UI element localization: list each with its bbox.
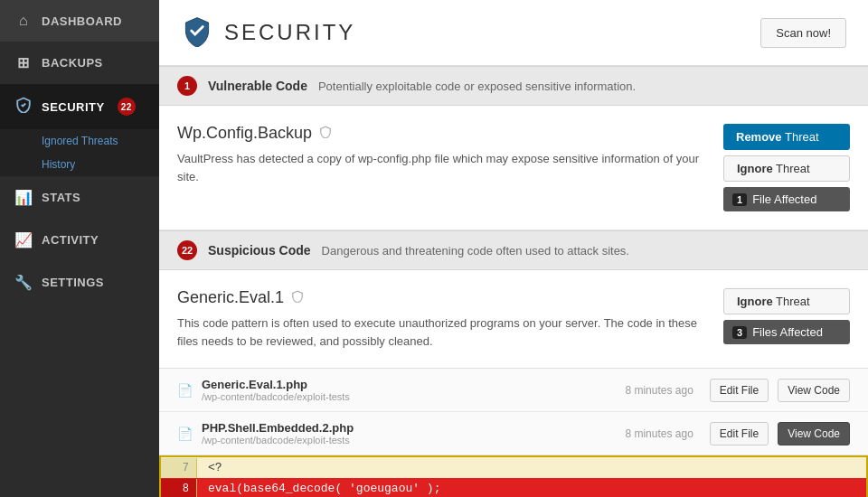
page-header: SECURITY Scan now! [159, 0, 868, 66]
vulnerable-badge: 1 [177, 76, 197, 96]
sidebar-item-stats[interactable]: 📊 Stats [0, 176, 159, 219]
code-line-num-1: 7 [161, 458, 197, 478]
threat-actions: Remove Threat Ignore Threat 1 File Affec… [723, 124, 850, 211]
edit-file-button-1[interactable]: Edit File [710, 379, 769, 402]
threat-info: Wp.Config.Backup VaultPress has detected… [177, 124, 709, 211]
files-affected-label: Files Affected [752, 325, 823, 339]
code-content-1: <? [197, 457, 233, 478]
threat-actions-2: Ignore Threat 3 Files Affected [723, 288, 850, 350]
backups-icon: ⊞ [14, 54, 33, 71]
sidebar-item-settings[interactable]: 🔧 Settings [0, 261, 159, 304]
sidebar-item-security[interactable]: Security 22 [0, 84, 159, 129]
code-line-1: 7 <? [161, 457, 866, 478]
vulnerable-code-section-header: 1 Vulnerable Code Potentially exploitabl… [159, 66, 868, 106]
vulnerable-desc: Potentially exploitable code or exposed … [318, 80, 636, 93]
file-name-2: PHP.Shell.Embedded.2.php [202, 421, 616, 435]
files-count-badge: 3 [732, 326, 747, 339]
view-code-button-1[interactable]: View Code [778, 379, 850, 402]
threat-info-2: Generic.Eval.1 This code pattern is ofte… [177, 288, 709, 350]
sidebar: ⌂ Dashboard ⊞ Backups Security 22 Ignore… [0, 0, 159, 497]
code-content-2: eval(base64_decode( 'goeugaou' ); [197, 478, 451, 497]
remove-threat-button[interactable]: Remove Threat [723, 124, 850, 150]
file-count-badge: 1 [732, 193, 747, 206]
remove-rest-label: Threat [782, 130, 819, 144]
file-name-area-2: PHP.Shell.Embedded.2.php /wp-content/bad… [202, 421, 616, 445]
ignore-rest-label: Threat [773, 162, 810, 175]
file-affected-button[interactable]: 1 File Affected [723, 187, 850, 211]
stats-icon: 📊 [14, 189, 33, 206]
sidebar-item-label: Dashboard [42, 14, 122, 28]
security-icon [14, 97, 33, 117]
file-time-2: 8 minutes ago [625, 427, 693, 440]
wp-config-backup-card: Wp.Config.Backup VaultPress has detected… [159, 106, 868, 230]
threat-desc-2: This code pattern is often used to execu… [177, 314, 702, 350]
vulnerable-title: Vulnerable Code [208, 79, 307, 93]
file-icon-2: 📄 [177, 427, 193, 441]
suspicious-code-section-header: 22 Suspicious Code Dangerous and threate… [159, 230, 868, 270]
activity-icon: 📈 [14, 231, 33, 248]
ignore-threat-button[interactable]: Ignore Threat [723, 155, 850, 182]
threat-name: Wp.Config.Backup [177, 124, 709, 143]
file-icon-1: 📄 [177, 383, 193, 398]
sidebar-item-label: Security [42, 100, 105, 114]
scan-now-button[interactable]: Scan now! [760, 18, 846, 48]
sidebar-security-sub: Ignored Threats History [0, 129, 159, 176]
shield-logo-icon [181, 14, 213, 51]
threat-desc: VaultPress has detected a copy of wp-con… [177, 150, 702, 185]
file-affected-label: File Affected [752, 192, 816, 206]
ignore-threat-button-2[interactable]: Ignore Threat [723, 288, 850, 314]
file-path-2: /wp-content/badcode/exploit-tests [202, 435, 616, 445]
threat-shield-icon [319, 126, 332, 141]
threat-name-2: Generic.Eval.1 [177, 288, 709, 307]
sidebar-item-activity[interactable]: 📈 Activity [0, 219, 159, 261]
sidebar-item-label: Backups [42, 56, 103, 70]
page-title: SECURITY [224, 20, 355, 45]
code-line-2: 8 eval(base64_decode( 'goeugaou' ); [161, 478, 866, 497]
edit-file-button-2[interactable]: Edit File [710, 422, 769, 445]
dashboard-icon: ⌂ [14, 13, 33, 29]
file-name-1: Generic.Eval.1.php [202, 378, 616, 391]
file-row-2: 📄 PHP.Shell.Embedded.2.php /wp-content/b… [159, 412, 868, 455]
page-title-area: SECURITY [181, 14, 355, 51]
files-affected-button[interactable]: 3 Files Affected [723, 320, 850, 344]
suspicious-desc: Dangerous and threatening code often use… [322, 244, 629, 258]
threat-shield-icon-2 [291, 290, 304, 305]
sidebar-item-label: Settings [42, 276, 104, 289]
security-badge: 22 [118, 98, 136, 116]
code-line-num-2: 8 [161, 479, 197, 498]
main-content: SECURITY Scan now! 1 Vulnerable Code Pot… [159, 0, 868, 497]
sidebar-item-backups[interactable]: ⊞ Backups [0, 42, 159, 84]
ignored-threats-link[interactable]: Ignored Threats [42, 129, 159, 153]
file-row-1: 📄 Generic.Eval.1.php /wp-content/badcode… [159, 369, 868, 412]
remove-bold-label: Remove [736, 130, 782, 144]
sidebar-item-dashboard[interactable]: ⌂ Dashboard [0, 0, 159, 42]
history-link[interactable]: History [42, 153, 159, 176]
ignore-bold-label-2: Ignore [737, 295, 773, 308]
file-time-1: 8 minutes ago [625, 384, 693, 397]
suspicious-badge: 22 [177, 240, 197, 260]
file-name-area-1: Generic.Eval.1.php /wp-content/badcode/e… [202, 378, 616, 402]
settings-icon: 🔧 [14, 274, 33, 291]
sidebar-item-label: Stats [42, 191, 80, 204]
view-code-button-2[interactable]: View Code [778, 422, 850, 445]
ignore-rest-label-2: Threat [773, 295, 810, 308]
file-path-1: /wp-content/badcode/exploit-tests [202, 391, 616, 402]
code-block: 7 <? 8 eval(base64_decode( 'goeugaou' ); [159, 455, 868, 497]
ignore-bold-label: Ignore [737, 162, 773, 175]
generic-eval-card: Generic.Eval.1 This code pattern is ofte… [159, 270, 868, 369]
suspicious-title: Suspicious Code [208, 243, 311, 258]
sidebar-item-label: Activity [42, 233, 99, 247]
